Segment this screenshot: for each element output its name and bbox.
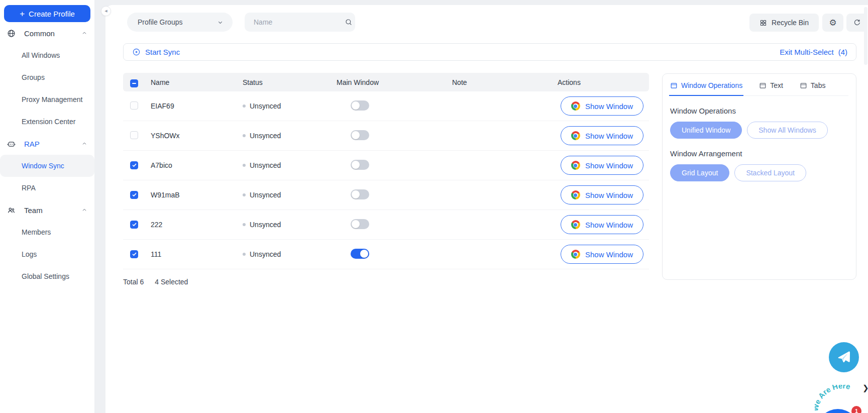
show-all-windows-button[interactable]: Show All Windows [747,122,827,139]
unified-window-button[interactable]: Unified Window [670,122,742,139]
section-label: RAP [24,140,81,148]
search-box [245,13,355,32]
show-window-label: Show Window [585,191,633,199]
scrollbar-thumb[interactable] [864,7,867,65]
telegram-icon [836,349,852,365]
column-header-main-window: Main Window [337,78,452,86]
main-window-toggle[interactable] [351,189,369,199]
section-label: Common [24,29,81,38]
sidebar-item-rpa[interactable]: RPA [0,177,94,199]
chevron-down-icon [217,19,224,26]
sidebar-item-logs[interactable]: Logs [0,243,94,265]
main-window-toggle[interactable] [351,219,369,229]
status-label: Unsynced [250,161,281,169]
show-window-label: Show Window [585,221,633,229]
table-footer: Total 6 4 Selected [123,278,649,286]
row-checkbox[interactable] [130,191,138,199]
row-checkbox[interactable] [130,221,138,229]
show-window-label: Show Window [585,161,633,170]
exit-multi-select-button[interactable]: Exit Multi-Select (4) [780,48,847,56]
recycle-bin-button[interactable]: Recycle Bin [749,14,819,32]
refresh-icon [853,19,861,27]
settings-button[interactable]: ⚙ [822,14,843,32]
chat-badge-text: We Are Here [815,385,851,412]
sidebar-collapse-button[interactable]: ◀ [101,6,111,16]
play-circle-icon [132,48,141,56]
plus-icon: + [20,10,25,18]
sidebar-item-groups[interactable]: Groups [0,66,94,88]
stacked-layout-button[interactable]: Stacked Layout [734,164,806,181]
gear-icon: ⚙ [829,18,836,28]
chrome-icon [571,250,580,259]
chrome-icon [571,190,580,199]
window-icon [759,82,767,89]
status-dot [243,193,246,196]
main-window-toggle[interactable] [351,130,369,140]
status-dot [243,105,246,108]
telegram-button[interactable] [829,342,859,372]
sidebar-item-proxy-management[interactable]: Proxy Management [0,88,94,111]
recycle-bin-label: Recycle Bin [772,19,809,27]
sidebar-item-window-sync[interactable]: Window Sync [0,155,94,177]
svg-text:We Are Here: We Are Here [815,385,851,412]
sidebar-item-extension-center[interactable]: Extension Center [0,111,94,133]
show-window-button[interactable]: Show Window [561,245,643,264]
show-window-button[interactable]: Show Window [561,156,643,175]
main-window-toggle[interactable] [351,160,369,170]
row-checkbox[interactable] [130,131,138,139]
profile-groups-label: Profile Groups [138,18,217,26]
show-window-button[interactable]: Show Window [561,185,643,204]
chat-widget[interactable]: We Are Here 1 [815,385,868,413]
start-sync-button[interactable]: Start Sync [132,48,180,56]
column-header-name: Name [151,78,243,86]
search-input[interactable] [247,18,345,26]
selected-count-footer: 4 Selected [155,278,188,286]
profiles-table: Name Status Main Window Note Actions EIA… [123,73,649,286]
section-label: Team [24,206,81,215]
sidebar: + Create Profile Common All Windows Grou… [0,0,94,413]
row-checkbox[interactable] [130,250,138,258]
chevron-up-icon [81,207,87,213]
main-window-toggle[interactable] [351,249,369,259]
tab-tabs[interactable]: Tabs [800,81,826,89]
table-header: Name Status Main Window Note Actions [123,73,649,91]
profile-name: W91maB [151,191,243,199]
table-row: 222UnsyncedShow Window [123,210,649,240]
status-label: Unsynced [250,102,281,110]
sidebar-section-common[interactable]: Common [0,22,94,44]
status-cell: Unsynced [243,161,337,169]
globe-icon [7,29,16,38]
chrome-icon [571,161,580,170]
status-cell: Unsynced [243,132,337,140]
column-header-note: Note [452,78,558,86]
status-cell: Unsynced [243,102,337,110]
select-all-checkbox[interactable] [130,79,138,87]
tab-text[interactable]: Text [759,81,783,89]
column-header-actions: Actions [558,78,649,86]
notification-count: 1 [855,408,858,413]
sidebar-section-rap[interactable]: RAP [0,133,94,155]
search-icon[interactable] [345,18,353,26]
show-window-button[interactable]: Show Window [561,215,643,234]
profile-name: 222 [151,221,243,229]
table-row: 111UnsyncedShow Window [123,240,649,269]
tab-label: Window Operations [681,81,742,89]
profile-name: EIAF69 [151,102,243,110]
profile-groups-dropdown[interactable]: Profile Groups [127,13,233,32]
tab-label: Tabs [811,81,826,89]
row-checkbox[interactable] [130,161,138,169]
chevron-up-icon [81,141,87,147]
tab-window-operations[interactable]: Window Operations [670,81,742,89]
row-checkbox[interactable] [130,101,138,110]
status-label: Unsynced [250,250,281,258]
grid-layout-button[interactable]: Grid Layout [670,164,729,181]
main-window-toggle[interactable] [351,100,369,111]
show-window-button[interactable]: Show Window [561,96,643,116]
window-arrangement-title: Window Arrangement [670,149,848,158]
show-window-button[interactable]: Show Window [561,126,643,145]
sidebar-item-global-settings[interactable]: Global Settings [0,265,94,287]
sidebar-item-members[interactable]: Members [0,221,94,243]
create-profile-button[interactable]: + Create Profile [4,5,90,22]
sidebar-item-all-windows[interactable]: All Windows [0,44,94,66]
sidebar-section-team[interactable]: Team [0,199,94,221]
